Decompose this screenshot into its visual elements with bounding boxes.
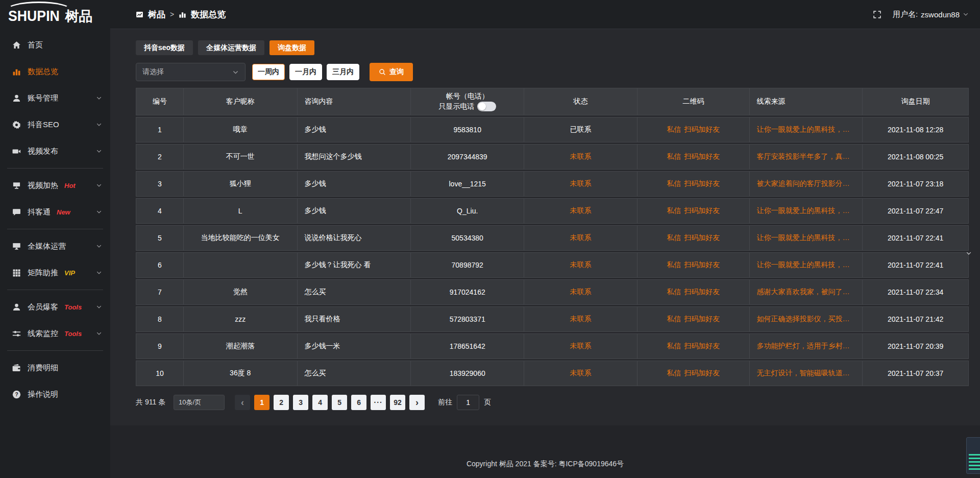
chart-icon: [12, 67, 21, 76]
period-button[interactable]: 三月内: [327, 64, 359, 80]
fullscreen-icon[interactable]: [873, 10, 881, 19]
scan-add-friend-link[interactable]: 扫码加好友: [684, 288, 720, 297]
sidebar-item[interactable]: 账号管理: [0, 85, 110, 111]
prev-page-button[interactable]: ‹: [235, 395, 250, 410]
cell-account: love__1215: [411, 172, 524, 196]
dm-link[interactable]: 私信: [667, 369, 681, 378]
data-tab[interactable]: 询盘数据: [270, 40, 314, 55]
brand-name-en: SHUPIN: [8, 8, 60, 25]
source-link[interactable]: 客厅安装投影半年多了，真实...: [757, 152, 855, 161]
breadcrumb-root[interactable]: 树品: [148, 9, 165, 20]
menu-divider: [7, 229, 103, 229]
user-icon: [12, 303, 21, 312]
page-number-button[interactable]: 1: [254, 395, 270, 410]
svg-text:?: ?: [15, 392, 18, 397]
main-content: 抖音seo数据 全媒体运营数据 询盘数据 请选择 一周内 一月内 三月内: [110, 29, 980, 478]
source-link[interactable]: 如何正确选择投影仪，买投影...: [757, 315, 855, 324]
page-number-button[interactable]: 3: [293, 395, 308, 410]
cell-nickname: 觉然: [184, 280, 298, 304]
page-number-button[interactable]: 6: [351, 395, 366, 410]
dm-link[interactable]: 私信: [667, 125, 681, 134]
period-button[interactable]: 一周内: [252, 64, 285, 80]
search-button-label: 查询: [389, 67, 404, 77]
sidebar-item[interactable]: 线索监控 Tools: [0, 320, 110, 347]
sidebar-item[interactable]: 全媒体运营: [0, 233, 110, 259]
source-link[interactable]: 多功能护栏灯，适用于乡村文...: [757, 342, 855, 351]
source-link[interactable]: 被大家追着问的客厅投影分享...: [757, 179, 855, 188]
cell-nickname: 狐小狸: [184, 172, 298, 196]
scan-add-friend-link[interactable]: 扫码加好友: [684, 179, 720, 188]
page-size-value: 10条/页: [179, 398, 201, 407]
status-text: 未联系: [570, 233, 591, 243]
source-link[interactable]: 让你一眼就爱上的黑科技，能...: [757, 260, 855, 270]
source-link[interactable]: 让你一眼就爱上的黑科技，能...: [757, 125, 855, 134]
sidebar-item[interactable]: 数据总览: [0, 58, 110, 85]
page-number-button[interactable]: 4: [312, 395, 328, 410]
page-number-button[interactable]: ···: [371, 395, 386, 410]
page-number-button[interactable]: 5: [332, 395, 347, 410]
sidebar-item[interactable]: 矩阵助推 VIP: [0, 259, 110, 286]
scan-add-friend-link[interactable]: 扫码加好友: [684, 206, 720, 216]
dm-link[interactable]: 私信: [667, 152, 681, 161]
sidebar-item[interactable]: 会员爆客 Tools: [0, 294, 110, 320]
dm-link[interactable]: 私信: [667, 342, 681, 351]
user-menu[interactable]: 用户名: zswodun88: [893, 10, 969, 19]
source-link[interactable]: 让你一眼就爱上的黑科技，能...: [757, 206, 855, 216]
scan-add-friend-link[interactable]: 扫码加好友: [684, 342, 720, 351]
scan-add-friend-link[interactable]: 扫码加好友: [684, 315, 720, 324]
scan-add-friend-link[interactable]: 扫码加好友: [684, 260, 720, 270]
page-number-button[interactable]: 2: [274, 395, 289, 410]
dm-link[interactable]: 私信: [667, 260, 681, 270]
col-qrcode: 二维码: [638, 88, 750, 115]
scan-add-friend-link[interactable]: 扫码加好友: [684, 125, 720, 134]
data-tab[interactable]: 全媒体运营数据: [198, 40, 264, 55]
source-link[interactable]: 让你一眼就爱上的黑科技，能...: [757, 233, 855, 243]
cell-nickname: [184, 253, 298, 277]
page-size-select[interactable]: 10条/页: [174, 395, 225, 410]
sidebar-item[interactable]: 首页: [0, 32, 110, 58]
dm-link[interactable]: 私信: [667, 315, 681, 324]
source-link[interactable]: 无主灯设计，智能磁吸轨道灯...: [757, 369, 855, 378]
scan-add-friend-link[interactable]: 扫码加好友: [684, 369, 720, 378]
dm-link[interactable]: 私信: [667, 233, 681, 243]
cell-date: 2021-11-07 23:18: [863, 172, 968, 196]
dm-link[interactable]: 私信: [667, 206, 681, 216]
chevron-down-icon: [96, 182, 102, 188]
cell-source: 无主灯设计，智能磁吸轨道灯...: [750, 361, 863, 386]
sidebar-menu-entry: [0, 168, 110, 169]
goto-page-input[interactable]: [457, 395, 479, 410]
filter-select[interactable]: 请选择: [136, 63, 246, 81]
cell-content: 我只看价格: [298, 307, 411, 331]
table-row: 3 狐小狸 多少钱 love__1215 未联系 私信 扫码加好友 被大家追着问…: [136, 171, 969, 197]
scan-add-friend-link[interactable]: 扫码加好友: [684, 233, 720, 243]
cell-nickname: 当地比较能吃的一位美女: [184, 226, 298, 250]
sidebar-item[interactable]: 消费明细: [0, 354, 110, 381]
col-account-label: 帐号（电话）: [446, 92, 489, 101]
cell-qrcode: 私信 扫码加好友: [638, 280, 750, 304]
col-content: 咨询内容: [298, 88, 411, 115]
next-page-button[interactable]: ›: [409, 395, 425, 410]
period-button[interactable]: 一月内: [289, 64, 322, 80]
floating-widget: [966, 437, 980, 474]
phone-only-toggle[interactable]: [477, 102, 496, 111]
table-row: 7 觉然 怎么买 917024162 未联系 私信 扫码加好友 感谢大家喜欢我家…: [136, 279, 969, 305]
data-tab[interactable]: 抖音seo数据: [136, 40, 193, 55]
source-link[interactable]: 感谢大家喜欢我家，被问了好...: [757, 288, 855, 297]
sidebar-item[interactable]: ? 操作说明: [0, 381, 110, 408]
cell-account: 50534380: [411, 226, 524, 250]
sidebar-item[interactable]: 抖音SEO: [0, 111, 110, 138]
search-button[interactable]: 查询: [370, 63, 413, 81]
topbar-right: 用户名: zswodun88: [873, 10, 969, 19]
dm-link[interactable]: 私信: [667, 288, 681, 297]
sidebar-item[interactable]: 抖客通 New: [0, 199, 110, 225]
sidebar-item[interactable]: 视频加热 Hot: [0, 172, 110, 199]
video-icon: [12, 147, 21, 156]
trend-chart-icon: [136, 11, 143, 18]
page-number-button[interactable]: 92: [390, 395, 405, 410]
breadcrumb-separator: >: [170, 10, 174, 18]
scan-add-friend-link[interactable]: 扫码加好友: [684, 152, 720, 161]
period-buttons: 一周内 一月内 三月内: [252, 64, 359, 80]
dm-link[interactable]: 私信: [667, 179, 681, 188]
sidebar-item[interactable]: 视频发布: [0, 138, 110, 164]
cell-content: 怎么买: [298, 280, 411, 304]
